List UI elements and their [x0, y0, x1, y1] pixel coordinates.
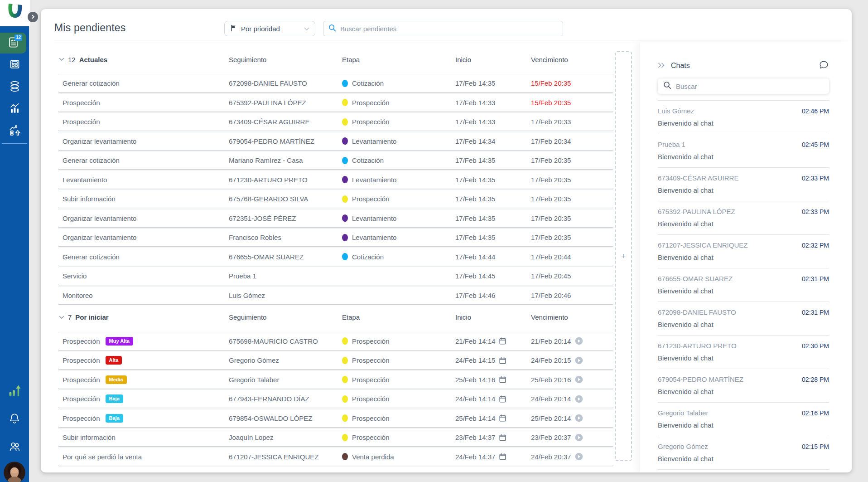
sidebar-item-notificaciones[interactable]: [0, 409, 29, 430]
inicio-cell: 17/Feb 14:45: [455, 272, 531, 280]
chevrons-right-icon[interactable]: [658, 62, 666, 70]
sidebar-item-cotizador[interactable]: [0, 54, 29, 75]
chat-list-item[interactable]: 671207-JESSICA ENRIQUEZ02:32 PMBienvenid…: [658, 235, 829, 268]
chat-list-item[interactable]: 673409-CÉSAR AGUIRRE02:33 PMBienvenido a…: [658, 168, 829, 201]
etapa-label: Levantamiento: [352, 176, 396, 184]
vencimiento-cell: 15/Feb 20:35: [531, 99, 613, 107]
table-row[interactable]: ProspecciónAltaGregorio GómezProspección…: [58, 351, 613, 369]
start-task-play-button[interactable]: [575, 356, 583, 365]
sidebar-item-reportes[interactable]: [0, 98, 29, 119]
vencimiento-cell: 15/Feb 20:35: [531, 79, 613, 87]
inicio-date: 24/Feb 14:15: [455, 356, 495, 364]
chat-list-item[interactable]: 671230-ARTURO PRETO02:30 PMBienvenido al…: [658, 336, 829, 369]
inicio-cell: 17/Feb 14:34: [455, 137, 531, 145]
inicio-cell: 17/Feb 14:35: [455, 156, 531, 164]
pendientes-search-input[interactable]: [340, 25, 558, 33]
vencimiento-cell: 23/Feb 20:37: [531, 433, 613, 442]
start-task-play-button[interactable]: [575, 375, 583, 384]
etapa-dot: [342, 376, 348, 383]
table-row[interactable]: Prospección675392-PAULINA LÓPEZProspecci…: [58, 94, 613, 112]
chat-list-item[interactable]: 679054-PEDRO MARTÍNEZ02:28 PMBienvenido …: [658, 369, 829, 403]
database-icon: [9, 80, 21, 94]
table-row[interactable]: ProspecciónMediaGregorio TalaberProspecc…: [58, 371, 613, 389]
table-row[interactable]: Generar cotización676655-OMAR SUAREZCoti…: [58, 248, 613, 266]
chat-list-item[interactable]: 676655-OMAR SUAREZ02:31 PMBienvenido al …: [658, 268, 829, 302]
vencimiento-cell: 25/Feb 20:14: [531, 414, 613, 422]
section-toggle[interactable]: 7Por iniciar: [58, 313, 229, 321]
priority-badge: Alta: [106, 356, 122, 365]
vencimiento-date: 15/Feb 20:35: [531, 99, 571, 107]
task-name: Generar cotización: [63, 156, 120, 164]
column-header: Etapa: [342, 56, 455, 63]
table-row[interactable]: Organizar levantamiento679054-PEDRO MART…: [58, 132, 613, 150]
priority-badge: Baja: [106, 414, 123, 423]
etapa-label: Venta perdida: [352, 453, 394, 461]
chats-title: Chats: [671, 62, 690, 70]
start-task-play-button[interactable]: [575, 395, 583, 403]
task-cell: Generar cotización: [58, 79, 229, 87]
inicio-date: 17/Feb 14:35: [455, 214, 495, 222]
chat-last-message: Bienvenido al chat: [658, 421, 829, 429]
section-toggle[interactable]: 12Actuales: [58, 56, 229, 63]
table-row[interactable]: Subir información675768-GERARDO SILVAPro…: [58, 190, 613, 208]
task-name: Prospección: [63, 337, 100, 345]
etapa-label: Levantamiento: [352, 234, 396, 241]
etapa-dot: [342, 337, 348, 345]
sidebar-item-pendientes[interactable]: 12: [0, 33, 26, 54]
sidebar-item-crecimiento[interactable]: [0, 381, 29, 402]
inicio-date: 25/Feb 14:16: [455, 376, 495, 384]
table-row[interactable]: Organizar levantamientoFrancisco RoblesL…: [58, 229, 613, 246]
table-row[interactable]: ProspecciónBaja679854-OSWALDO LÓPEZProsp…: [58, 409, 613, 427]
priority-badge: Media: [106, 375, 127, 384]
chat-contact-name: 676655-OMAR SUAREZ: [658, 275, 733, 282]
new-chat-button[interactable]: [819, 60, 829, 72]
chat-contact-name: 671207-JESSICA ENRIQUEZ: [658, 241, 747, 249]
chat-list-item[interactable]: 672098-DANIEL FAUSTO02:31 PMBienvenido a…: [658, 302, 829, 336]
inicio-date: 17/Feb 14:34: [455, 137, 495, 145]
etapa-label: Prospección: [352, 118, 390, 126]
sidebar-item-base-datos[interactable]: [0, 77, 29, 97]
priority-filter-dropdown[interactable]: Por prioridad: [224, 21, 315, 36]
task-name: Subir información: [63, 433, 116, 441]
chat-list-item[interactable]: Prueba 102:45 PMBienvenido al chat: [658, 134, 829, 168]
sidebar-collapse-button[interactable]: [28, 12, 38, 22]
etapa-cell: Levantamiento: [342, 234, 455, 241]
sidebar-item-ventas[interactable]: $: [0, 121, 29, 141]
table-row[interactable]: MonitoreoLuis Gómez17/Feb 14:4617/Feb 20…: [58, 287, 613, 304]
etapa-cell: Prospección: [342, 99, 455, 107]
chats-search-input[interactable]: [676, 83, 824, 90]
table-row[interactable]: Prospección673409-CÉSAR AGUIRREProspecci…: [58, 113, 613, 131]
vencimiento-date: 17/Feb 20:45: [531, 272, 571, 280]
task-name: Monitoreo: [63, 292, 93, 299]
start-task-play-button[interactable]: [575, 414, 583, 422]
chat-list-item[interactable]: Gregorio Gómez02:15 PMBienvenido al chat: [658, 436, 829, 470]
start-task-play-button[interactable]: [575, 337, 583, 345]
table-row[interactable]: Generar cotización672098-DANIEL FAUSTOCo…: [58, 74, 613, 92]
table-row[interactable]: ProspecciónBaja677943-FERNANDO DÍAZProsp…: [58, 390, 613, 408]
calculator-icon: [9, 58, 21, 72]
table-row[interactable]: Generar cotizaciónMariano Ramírez - Casa…: [58, 151, 613, 169]
chevron-down-icon: [304, 25, 309, 32]
table-row[interactable]: Organizar levantamiento672351-JOSÉ PÉREZ…: [58, 209, 613, 227]
etapa-cell: Venta perdida: [342, 453, 455, 461]
app-logo[interactable]: [0, 0, 30, 26]
etapa-cell: Prospección: [342, 395, 455, 403]
table-row[interactable]: ServicioPrueba 117/Feb 14:4517/Feb 20:45: [58, 267, 613, 285]
table-row[interactable]: Subir informaciónJoaquín LopezProspecció…: [58, 428, 613, 446]
start-task-play-button[interactable]: [575, 433, 583, 442]
table-row[interactable]: Levantamiento671230-ARTURO PRETOLevantam…: [58, 171, 613, 189]
user-avatar[interactable]: [4, 462, 25, 482]
chat-timestamp: 02:45 PM: [802, 141, 829, 148]
start-task-play-button[interactable]: [575, 453, 583, 461]
table-row[interactable]: ProspecciónMuy Alta675698-MAURICIO CASTR…: [58, 332, 613, 350]
chat-list-item[interactable]: Gregorio Talaber02:16 PMBienvenido al ch…: [658, 403, 829, 436]
chat-list-item[interactable]: 675392-PAULINA LÓPEZ02:33 PMBienvenido a…: [658, 201, 829, 235]
inicio-date: 21/Feb 14:14: [455, 337, 495, 345]
collapsed-panel-dropzone[interactable]: +: [615, 51, 632, 461]
chat-list-item[interactable]: Luis Gómez02:46 PMBienvenido al chat: [658, 101, 829, 134]
inicio-cell: 25/Feb 14:14: [455, 414, 531, 422]
avatar-photo: [4, 477, 25, 482]
table-row[interactable]: Por qué se perdió la venta671207-JESSICA…: [58, 448, 613, 466]
sidebar-item-contactos[interactable]: [0, 437, 29, 458]
vencimiento-cell: 17/Feb 20:35: [531, 176, 613, 184]
